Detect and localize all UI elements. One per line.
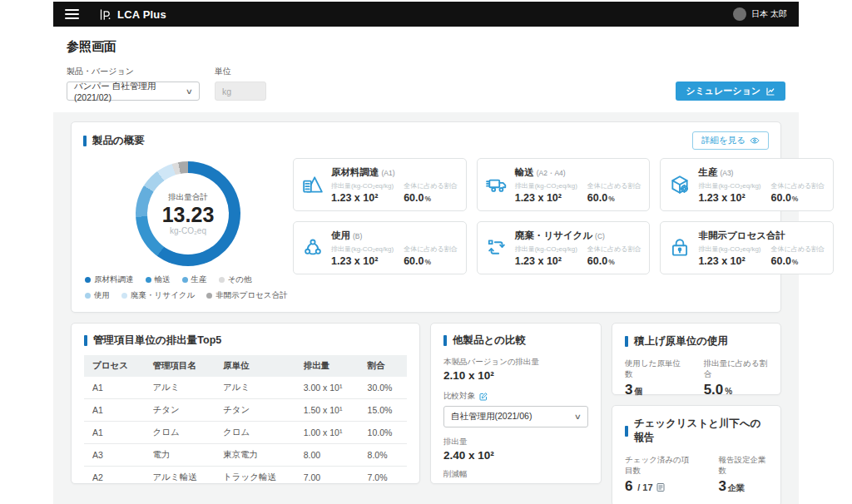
unit-count-label: 使用した原単位数 [625, 358, 682, 380]
overview-title: 製品の概要 [83, 134, 145, 148]
compare-target-select[interactable]: 自社管理用(2021/06) ∨ [443, 406, 588, 427]
unit-ratio-label: 排出量に占める割合 [704, 358, 768, 380]
app-logo[interactable]: LCA Plus [99, 8, 166, 21]
process-card-suffix: (C) [595, 232, 605, 240]
app-name: LCA Plus [117, 8, 166, 21]
unit-ratio-value: 5.0 [704, 382, 724, 398]
report-companies-value: 3 [718, 478, 726, 494]
top5-title: 管理項目単位の排出量Top5 [84, 334, 407, 348]
process-metric-grid: 原材料調達 (A1) 排出量(kg-CO₂eq/kg) 1.23 x 10² 全… [293, 158, 834, 301]
emission-label: 排出量(kg-CO₂eq/kg) [515, 245, 577, 254]
unit-count-value: 3 [625, 382, 632, 398]
top5-card: 管理項目単位の排出量Top5 プロセス管理項目名原単位排出量割合 A1アルミアル… [71, 323, 420, 484]
legend-dot [121, 293, 127, 299]
emission-label: 排出量(kg-CO₂eq/kg) [331, 245, 394, 254]
main-content: 製品の概要 詳細を見る 排出量合計 13.23 kg-CO₂eq [53, 112, 799, 504]
emission-value: 1.23 x 10² [331, 192, 394, 204]
donut-unit: kg-CO₂eq [170, 226, 206, 235]
process-card-title: 輸送 [515, 166, 534, 179]
unit-field: 単位 [215, 66, 266, 101]
legend-item: 輸送 [146, 274, 171, 285]
process-card-title: 使用 [331, 230, 350, 242]
process-card: 原材料調達 (A1) 排出量(kg-CO₂eq/kg) 1.23 x 10² 全… [293, 158, 467, 211]
comparison-card: 他製品との比較 本製品バージョンの排出量 2.10 x 10² 比較対象 自社管… [430, 323, 602, 484]
checklist-icon [656, 481, 666, 493]
checked-items-label: チェック済みの項目数 [625, 455, 696, 477]
checklist-title: チェックリストと川下への報告 [625, 417, 768, 445]
legend-item: 原材料調達 [85, 274, 134, 285]
eye-icon [750, 136, 760, 146]
line-chart-icon [765, 86, 775, 96]
process-card: 輸送 (A2・A4) 排出量(kg-CO₂eq/kg) 1.23 x 10² 全… [477, 158, 651, 211]
product-version-field: 製品・バージョン バンパー 自社管理用(2021/02) ∨ [67, 66, 200, 101]
emission-value: 1.23 x 10² [515, 255, 577, 267]
table-row: A1アルミアルミ3.00 x 10¹30.0% [84, 377, 407, 399]
unit-input[interactable] [215, 82, 266, 101]
user-name: 日本 太郎 [751, 8, 787, 20]
comparison-title: 他製品との比較 [443, 334, 588, 348]
unit-count-stat: 使用した原単位数 3個 [625, 358, 682, 398]
process-card: 廃棄・リサイクル (C) 排出量(kg-CO₂eq/kg) 1.23 x 10²… [477, 221, 651, 274]
legend-item: 非開示プロセス合計 [206, 290, 287, 301]
emission-stat: 排出量(kg-CO₂eq/kg) 1.23 x 10² [515, 245, 577, 267]
legend-dot [182, 277, 188, 283]
process-card-suffix: (A1) [382, 169, 395, 177]
donut-center-label: 排出量合計 [168, 192, 208, 203]
view-details-button[interactable]: 詳細を見る [692, 131, 769, 150]
ratio-label: 全体に占める割合 [771, 245, 825, 254]
emissions-donut-section: 排出量合計 13.23 kg-CO₂eq 原材料調達輸送生産その他使用廃棄・リサ… [83, 158, 293, 301]
edit-icon[interactable] [478, 392, 488, 402]
process-card-title: 原材料調達 [331, 166, 379, 179]
emission-value: 1.23 x 10² [698, 255, 760, 267]
checklist-report-card: チェックリストと川下への報告 チェック済みの項目数 6 / 17 報告設定企業数 [612, 405, 781, 504]
emission-label: 排出量(kg-CO₂eq/kg) [698, 245, 760, 254]
table-row: A2アルミ輸送トラック輸送7.007.0% [84, 467, 407, 485]
ratio-stat: 全体に占める割合 60.0% [771, 245, 825, 267]
process-card: 非開示プロセス合計 排出量(kg-CO₂eq/kg) 1.23 x 10² 全体… [660, 221, 834, 274]
product-version-select[interactable]: バンパー 自社管理用(2021/02) ∨ [67, 82, 200, 101]
legend-dot [146, 277, 151, 283]
table-row: A1チタンチタン1.50 x 10¹15.0% [84, 399, 407, 422]
checked-items-stat: チェック済みの項目数 6 / 17 [625, 455, 696, 495]
app-container: LCA Plus 日本 太郎 参照画面 製品・バージョン バンパー 自社管理用(… [53, 2, 799, 504]
reduction-value: 12.5% [443, 482, 588, 484]
emission-label: 排出量(kg-CO₂eq/kg) [515, 181, 577, 190]
emission-value: 1.23 x 10² [698, 192, 760, 204]
emission-stat: 排出量(kg-CO₂eq/kg) 1.23 x 10² [331, 181, 394, 204]
legend-dot [206, 293, 212, 299]
unit-ratio-stat: 排出量に占める割合 5.0% [704, 358, 768, 398]
legend-item: 生産 [182, 274, 207, 285]
ratio-value: 60.0% [771, 192, 825, 204]
ratio-value: 60.0% [587, 255, 641, 267]
donut-total-value: 13.23 [162, 203, 215, 227]
process-card-suffix: (A2・A4) [537, 169, 566, 179]
donut-legend: 原材料調達輸送生産その他使用廃棄・リサイクル非開示プロセス合計 [83, 274, 293, 301]
process-card-title: 廃棄・リサイクル [515, 230, 592, 242]
checked-items-value: 6 [625, 478, 632, 494]
product-overview-card: 製品の概要 詳細を見る 排出量合計 13.23 kg-CO₂eq [71, 121, 781, 313]
top5-table: プロセス管理項目名原単位排出量割合 A1アルミアルミ3.00 x 10¹30.0… [84, 355, 407, 484]
ratio-value: 60.0% [404, 255, 458, 267]
emission-label: 排出量(kg-CO₂eq/kg) [698, 181, 760, 190]
ratio-value: 60.0% [771, 255, 825, 267]
lca-plus-logo-icon [99, 8, 111, 21]
simulation-button[interactable]: シミュレーション [676, 82, 785, 101]
emission-stat: 排出量(kg-CO₂eq/kg) 1.23 x 10² [698, 245, 760, 267]
recycle-icon [486, 237, 508, 259]
ratio-stat: 全体に占める割合 60.0% [404, 181, 458, 204]
process-card: 使用 (B) 排出量(kg-CO₂eq/kg) 1.23 x 10² 全体に占め… [293, 221, 467, 274]
avatar [733, 7, 746, 21]
process-card-suffix: (A3) [720, 169, 733, 177]
report-companies-label: 報告設定企業数 [718, 455, 768, 477]
ratio-value: 60.0% [404, 192, 458, 204]
top5-body: A1アルミアルミ3.00 x 10¹30.0%A1チタンチタン1.50 x 10… [84, 377, 407, 484]
production-icon [669, 174, 691, 195]
page-title: 参照画面 [67, 39, 785, 55]
target-emission-label: 排出量 [443, 437, 588, 447]
ratio-label: 全体に占める割合 [587, 245, 641, 254]
legend-dot [85, 277, 91, 283]
materials-icon [302, 174, 324, 195]
user-menu[interactable]: 日本 太郎 [733, 7, 787, 21]
hamburger-menu-icon[interactable] [65, 9, 79, 19]
ratio-stat: 全体に占める割合 60.0% [587, 181, 641, 204]
